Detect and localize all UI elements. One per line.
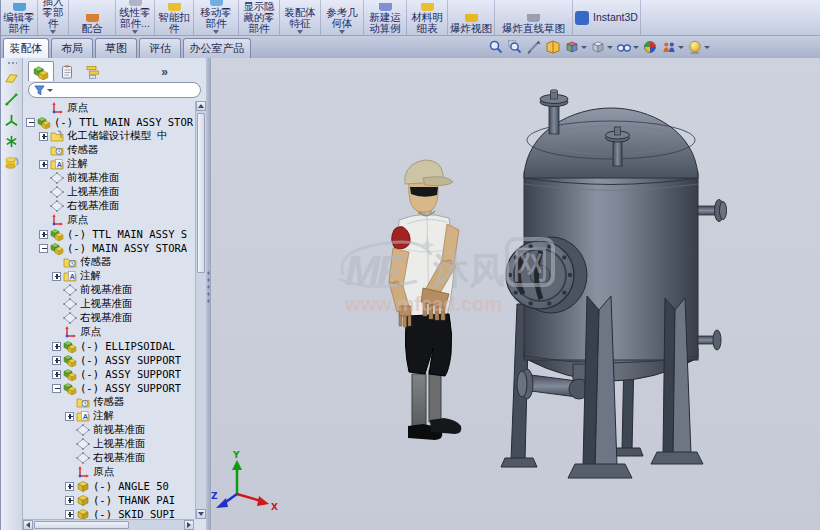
tree-item[interactable]: 右视基准面: [23, 199, 194, 213]
toolbar-button[interactable]: 移动零部件: [194, 0, 239, 35]
ribbon-tab[interactable]: 草图: [95, 38, 137, 58]
tree-item[interactable]: 上视基准面: [23, 437, 194, 451]
tree-vertical-scrollbar[interactable]: [195, 101, 206, 519]
chevron-down-icon[interactable]: [607, 46, 613, 49]
toolbar-button[interactable]: 插入零部件: [38, 0, 69, 35]
tree-item[interactable]: 上视基准面: [23, 297, 194, 311]
tree-expand-toggle[interactable]: [39, 244, 48, 253]
tree-item[interactable]: (-) ASSY_SUPPORT: [23, 353, 194, 367]
view-tool-button[interactable]: [564, 39, 587, 55]
chevron-down-icon[interactable]: [704, 46, 710, 49]
tree-item[interactable]: 前视基准面: [23, 283, 194, 297]
tree-item[interactable]: 化工储罐设计模型 中: [23, 129, 194, 143]
scroll-left-button[interactable]: [23, 520, 33, 530]
tree-expand-toggle[interactable]: [52, 272, 61, 281]
reference-geometry-button[interactable]: [3, 153, 21, 171]
ribbon-tab[interactable]: 布局: [51, 38, 93, 58]
tree-item[interactable]: (-) ANGLE_50_: [23, 479, 194, 493]
tree-expand-toggle[interactable]: [39, 230, 48, 239]
scroll-down-button[interactable]: [196, 509, 206, 519]
tree-item[interactable]: 注解: [23, 409, 194, 423]
panel-expand-button[interactable]: »: [161, 63, 168, 81]
tree-expand-toggle[interactable]: [65, 496, 74, 505]
chevron-down-icon[interactable]: [47, 89, 53, 92]
view-tool-button[interactable]: [590, 39, 613, 55]
tree-item[interactable]: 传感器: [23, 255, 194, 269]
toolbar-button[interactable]: 爆炸视图: [448, 0, 495, 35]
chevron-down-icon[interactable]: [339, 30, 345, 34]
view-tool-button[interactable]: [687, 39, 710, 55]
tree-item[interactable]: 右视基准面: [23, 311, 194, 325]
toolbar-button[interactable]: 爆炸直线草图: [495, 0, 573, 35]
reference-geometry-button[interactable]: [3, 69, 21, 87]
view-tool-button[interactable]: [661, 39, 684, 55]
tree-expand-toggle[interactable]: [52, 384, 61, 393]
ribbon-tab[interactable]: 办公室产品: [183, 38, 251, 58]
tree-expand-toggle[interactable]: [65, 510, 74, 519]
view-tool-button[interactable]: [642, 39, 658, 55]
tree-item[interactable]: 传感器: [23, 395, 194, 409]
tree-expand-toggle[interactable]: [65, 482, 74, 491]
chevron-down-icon[interactable]: [132, 30, 138, 34]
toolbar-drag-handle[interactable]: [7, 61, 17, 65]
chevron-down-icon[interactable]: [213, 30, 219, 34]
reference-geometry-button[interactable]: [3, 111, 21, 129]
view-tool-button[interactable]: [545, 39, 561, 55]
view-tool-button[interactable]: [488, 39, 504, 55]
tree-item[interactable]: 注解: [23, 157, 194, 171]
tree-item[interactable]: (-) TTL_MAIN_ASSY_STOR: [23, 115, 194, 129]
tree-item[interactable]: 传感器: [23, 143, 194, 157]
view-tool-button[interactable]: [526, 39, 542, 55]
tree-expand-toggle[interactable]: [39, 132, 48, 141]
tree-item[interactable]: 前视基准面: [23, 171, 194, 185]
toolbar-button[interactable]: 线性零部件...: [116, 0, 155, 35]
model-scene[interactable]: Y X Z: [211, 58, 820, 530]
tree-item[interactable]: (-) ASSY_SUPPORT: [23, 367, 194, 381]
tree-item[interactable]: 右视基准面: [23, 451, 194, 465]
toolbar-button[interactable]: 装配体特征: [280, 0, 321, 35]
toolbar-button[interactable]: 材料明细表: [407, 0, 448, 35]
toolbar-button[interactable]: 显示隐藏的零部件: [239, 0, 280, 35]
tree-item[interactable]: 前视基准面: [23, 423, 194, 437]
chevron-down-icon[interactable]: [581, 46, 587, 49]
view-tool-button[interactable]: [507, 39, 523, 55]
ribbon-tab[interactable]: 评估: [139, 38, 181, 58]
tree-expand-toggle[interactable]: [65, 412, 74, 421]
tree-item[interactable]: 上视基准面: [23, 185, 194, 199]
scrollbar-thumb[interactable]: [34, 521, 129, 529]
human-figure-model[interactable]: [389, 160, 461, 440]
tree-horizontal-scrollbar[interactable]: [23, 519, 194, 530]
ribbon-tab[interactable]: 装配体: [3, 38, 49, 58]
tree-filter-input[interactable]: [28, 82, 201, 98]
scrollbar-thumb[interactable]: [197, 113, 205, 273]
storage-tank-model[interactable]: [501, 90, 727, 478]
tree-expand-toggle[interactable]: [26, 118, 35, 127]
panel-tab[interactable]: [80, 61, 106, 81]
panel-tab[interactable]: [28, 61, 54, 81]
tree-item[interactable]: 原点: [23, 465, 194, 479]
view-tool-button[interactable]: [616, 39, 639, 55]
toolbar-button[interactable]: Instant3D: [573, 0, 641, 35]
tree-expand-toggle[interactable]: [52, 342, 61, 351]
graphics-viewport[interactable]: Y X Z MF 沐风 网 www.mfcad.com: [211, 58, 820, 530]
tree-item[interactable]: (-) ASSY_SUPPORT: [23, 381, 194, 395]
toolbar-button[interactable]: 参考几何体: [321, 0, 364, 35]
tree-item[interactable]: 原点: [23, 213, 194, 227]
chevron-down-icon[interactable]: [678, 46, 684, 49]
tree-expand-toggle[interactable]: [39, 160, 48, 169]
tree-item[interactable]: (-) ELLIPSOIDAL_: [23, 339, 194, 353]
tree-expand-toggle[interactable]: [52, 356, 61, 365]
reference-geometry-button[interactable]: [3, 90, 21, 108]
tree-item[interactable]: 注解: [23, 269, 194, 283]
tree-item[interactable]: (-) THANK_PAI: [23, 493, 194, 507]
toolbar-button[interactable]: 编辑零部件: [1, 0, 38, 35]
reference-geometry-button[interactable]: [3, 132, 21, 150]
tree-item[interactable]: (-) SKID_SUPI: [23, 507, 194, 519]
scroll-right-button[interactable]: [184, 520, 194, 530]
tree-item[interactable]: 原点: [23, 101, 194, 115]
toolbar-button[interactable]: 智能扣件: [155, 0, 194, 35]
tree-item[interactable]: (-) TTL_MAIN_ASSY_S: [23, 227, 194, 241]
scroll-up-button[interactable]: [196, 101, 206, 111]
panel-tab[interactable]: [54, 61, 80, 81]
toolbar-button[interactable]: 配合: [69, 0, 116, 35]
